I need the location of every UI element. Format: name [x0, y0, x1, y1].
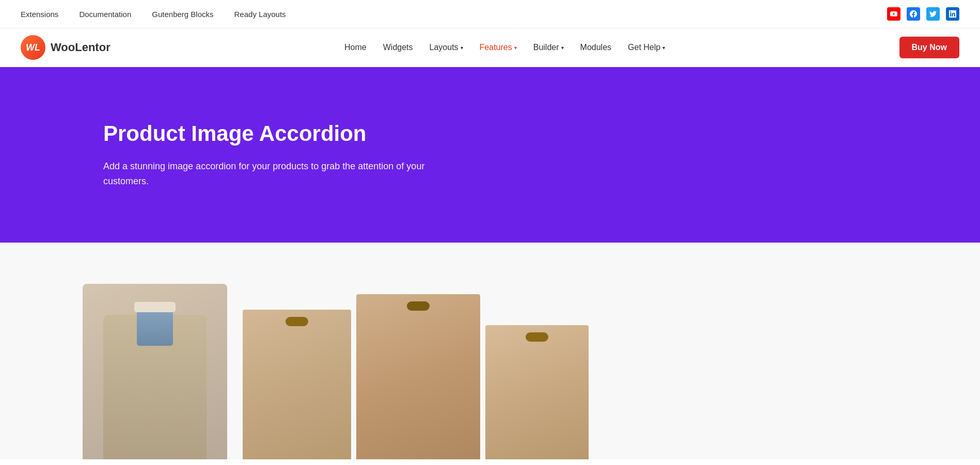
social-icons-group — [887, 7, 959, 21]
features-chevron-icon: ▾ — [514, 45, 517, 51]
builder-chevron-icon: ▾ — [561, 45, 564, 51]
nav-modules[interactable]: Modules — [580, 43, 611, 52]
box-product-1 — [243, 310, 351, 459]
hero-title: Product Image Accordion — [103, 121, 465, 147]
product-images — [0, 284, 980, 459]
hero-description: Add a stunning image accordion for your … — [103, 159, 465, 189]
twitter-icon[interactable] — [926, 7, 940, 21]
nav-home[interactable]: Home — [344, 43, 367, 52]
box-product-3 — [485, 325, 589, 459]
nav-features[interactable]: Features ▾ — [480, 43, 517, 52]
clothing-product-item — [83, 284, 227, 459]
topbar-documentation-link[interactable]: Documentation — [79, 10, 131, 19]
hero-banner: Product Image Accordion Add a stunning i… — [0, 67, 980, 243]
topbar-ready-layouts-link[interactable]: Ready Layouts — [234, 10, 286, 19]
buy-now-button[interactable]: Buy Now — [899, 37, 959, 58]
logo-text: WooLentor — [51, 41, 110, 54]
linkedin-icon[interactable] — [946, 7, 959, 21]
product-section — [0, 243, 980, 459]
logo-link[interactable]: WL WooLentor — [21, 35, 110, 60]
youtube-icon[interactable] — [887, 7, 900, 21]
topbar-extensions-link[interactable]: Extensions — [21, 10, 58, 19]
nav-layouts[interactable]: Layouts ▾ — [430, 43, 463, 52]
hero-content: Product Image Accordion Add a stunning i… — [103, 121, 465, 189]
facebook-icon[interactable] — [907, 7, 920, 21]
nav-links: Home Widgets Layouts ▾ Features ▾ Builde… — [344, 43, 665, 52]
nav-builder[interactable]: Builder ▾ — [533, 43, 564, 52]
nav-get-help[interactable]: Get Help ▾ — [628, 43, 665, 52]
topbar-gutenberg-link[interactable]: Gutenberg Blocks — [152, 10, 213, 19]
main-navigation: WL WooLentor Home Widgets Layouts ▾ Feat… — [0, 28, 980, 67]
layouts-chevron-icon: ▾ — [461, 45, 463, 51]
logo-icon: WL — [21, 35, 45, 60]
top-bar-navigation: Extensions Documentation Gutenberg Block… — [21, 10, 286, 19]
nav-widgets[interactable]: Widgets — [383, 43, 413, 52]
get-help-chevron-icon: ▾ — [662, 45, 665, 51]
top-bar: Extensions Documentation Gutenberg Block… — [0, 0, 980, 28]
box-product-2 — [356, 294, 480, 459]
